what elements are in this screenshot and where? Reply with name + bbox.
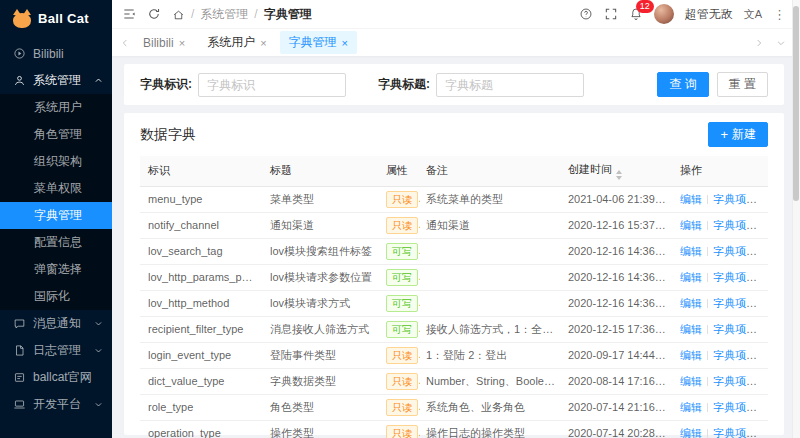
sidebar-subitem[interactable]: 组织架构 xyxy=(0,148,112,175)
sidebar-subitem[interactable]: 国际化 xyxy=(0,283,112,310)
tab-scroll-right-icon[interactable] xyxy=(754,38,764,48)
code-cell: notify_channel xyxy=(140,212,264,238)
sidebar-item-dev[interactable]: 开发平台 xyxy=(0,391,112,418)
sidebar-item-notice[interactable]: 消息通知 xyxy=(0,310,112,337)
column-header-label: 创建时间 xyxy=(568,163,612,175)
edit-link[interactable]: 编辑 xyxy=(680,401,702,413)
delete-link[interactable]: 删除 xyxy=(757,271,768,283)
dict-items-link[interactable]: 字典项 xyxy=(713,193,757,205)
delete-link[interactable]: 删除 xyxy=(757,245,768,257)
remark-cell: 系统角色、业务角色 xyxy=(420,394,562,420)
breadcrumb-item-system[interactable]: 系统管理 xyxy=(200,6,248,23)
sidebar-item-system[interactable]: 系统管理 xyxy=(0,67,112,94)
chevron-down-icon xyxy=(94,346,103,355)
edit-link[interactable]: 编辑 xyxy=(680,323,702,335)
dict-code-input[interactable] xyxy=(198,73,346,97)
edit-link[interactable]: 编辑 xyxy=(680,375,702,387)
edit-link[interactable]: 编辑 xyxy=(680,271,702,283)
chevron-up-icon xyxy=(94,76,103,85)
sidebar-subitem[interactable]: 菜单权限 xyxy=(0,175,112,202)
dict-items-link[interactable]: 字典项 xyxy=(713,219,757,231)
created-cell: 2020-12-16 14:36:28 xyxy=(562,290,674,316)
remark-cell xyxy=(420,290,562,316)
edit-link[interactable]: 编辑 xyxy=(680,349,702,361)
tab-options-icon[interactable] xyxy=(776,38,786,48)
attr-cell: 可写 xyxy=(380,264,420,290)
delete-link[interactable]: 删除 xyxy=(757,323,768,335)
app-window: Ball Cat Bilibili系统管理系统用户角色管理组织架构菜单权限字典管… xyxy=(0,0,800,438)
sidebar-subitem[interactable]: 系统用户 xyxy=(0,94,112,121)
edit-link[interactable]: 编辑 xyxy=(680,193,702,205)
delete-link[interactable]: 删除 xyxy=(757,349,768,361)
dict-title-input[interactable] xyxy=(436,73,584,97)
tab-Bilibili[interactable]: Bilibili× xyxy=(134,31,194,54)
dict-items-link[interactable]: 字典项 xyxy=(713,271,757,283)
table-row: notify_channel通知渠道只读通知渠道2020-12-16 15:37… xyxy=(140,212,768,238)
reload-icon[interactable] xyxy=(147,7,161,21)
close-icon[interactable]: × xyxy=(260,37,266,49)
delete-link[interactable]: 删除 xyxy=(757,375,768,387)
sidebar-subitem[interactable]: 配置信息 xyxy=(0,229,112,256)
search-button[interactable]: 查 询 xyxy=(657,72,708,97)
dict-items-link[interactable]: 字典项 xyxy=(713,427,757,438)
fullscreen-icon[interactable] xyxy=(604,7,618,21)
delete-link[interactable]: 删除 xyxy=(757,401,768,413)
notifications-button[interactable]: 12 xyxy=(629,7,643,21)
username[interactable]: 超管无敌 xyxy=(685,6,733,23)
delete-link[interactable]: 删除 xyxy=(757,297,768,309)
edit-link[interactable]: 编辑 xyxy=(680,219,702,231)
code-cell: lov_search_tag xyxy=(140,238,264,264)
action-divider xyxy=(707,403,708,412)
sidebar-item-bilibili[interactable]: Bilibili xyxy=(0,40,112,67)
sidebar-subitem[interactable]: 弹窗选择 xyxy=(0,256,112,283)
tab-系统用户[interactable]: 系统用户× xyxy=(198,31,275,54)
sidebar-subitem[interactable]: 角色管理 xyxy=(0,121,112,148)
breadcrumb-separator: / xyxy=(191,7,194,21)
edit-link[interactable]: 编辑 xyxy=(680,427,702,438)
dict-items-link[interactable]: 字典项 xyxy=(713,349,757,361)
scrollbar-track[interactable] xyxy=(792,0,800,438)
sort-icon[interactable] xyxy=(616,170,622,180)
create-button[interactable]: + 新建 xyxy=(708,122,768,147)
brand-logo[interactable]: Ball Cat xyxy=(0,0,112,36)
attr-tag: 只读 xyxy=(386,373,418,390)
delete-link[interactable]: 删除 xyxy=(757,427,768,438)
notification-badge: 12 xyxy=(636,0,654,13)
menu-fold-icon[interactable] xyxy=(122,7,136,21)
chevron-down-icon xyxy=(94,319,103,328)
dict-items-link[interactable]: 字典项 xyxy=(713,401,757,413)
edit-link[interactable]: 编辑 xyxy=(680,297,702,309)
tab-scroll-left-icon[interactable] xyxy=(120,38,130,48)
help-icon[interactable] xyxy=(579,7,593,21)
close-icon[interactable]: × xyxy=(342,37,348,49)
reset-button[interactable]: 重 置 xyxy=(717,72,768,97)
home-icon[interactable] xyxy=(172,8,185,21)
scrollbar-thumb[interactable] xyxy=(793,6,799,201)
delete-link[interactable]: 删除 xyxy=(757,219,768,231)
user-avatar[interactable] xyxy=(654,4,674,24)
tab-字典管理[interactable]: 字典管理× xyxy=(280,31,357,54)
created-cell: 2020-09-17 14:44:00 xyxy=(562,342,674,368)
sidebar-item-log[interactable]: 日志管理 xyxy=(0,337,112,364)
attr-tag: 只读 xyxy=(386,399,418,416)
attr-tag: 只读 xyxy=(386,425,418,438)
delete-link[interactable]: 删除 xyxy=(757,193,768,205)
dict-items-link[interactable]: 字典项 xyxy=(713,245,757,257)
attr-cell: 可写 xyxy=(380,238,420,264)
edit-link[interactable]: 编辑 xyxy=(680,245,702,257)
sidebar-subitem[interactable]: 字典管理 xyxy=(0,202,112,229)
dict-items-link[interactable]: 字典项 xyxy=(713,375,757,387)
sidebar-item-website[interactable]: ballcat官网 xyxy=(0,364,112,391)
translate-icon[interactable]: 文A xyxy=(744,7,762,22)
panel-title: 数据字典 xyxy=(140,126,196,144)
title-cell: lov模块搜索组件标签 xyxy=(264,238,380,264)
title-cell: 操作类型 xyxy=(264,420,380,438)
code-cell: recipient_filter_type xyxy=(140,316,264,342)
attr-cell: 只读 xyxy=(380,368,420,394)
dict-items-link[interactable]: 字典项 xyxy=(713,323,757,335)
close-icon[interactable]: × xyxy=(179,37,185,49)
attr-tag: 只读 xyxy=(386,217,418,234)
more-menu-icon[interactable]: ⋮ xyxy=(773,7,786,22)
dict-items-link[interactable]: 字典项 xyxy=(713,297,757,309)
table-row: recipient_filter_type消息接收人筛选方式可写接收人筛选方式，… xyxy=(140,316,768,342)
